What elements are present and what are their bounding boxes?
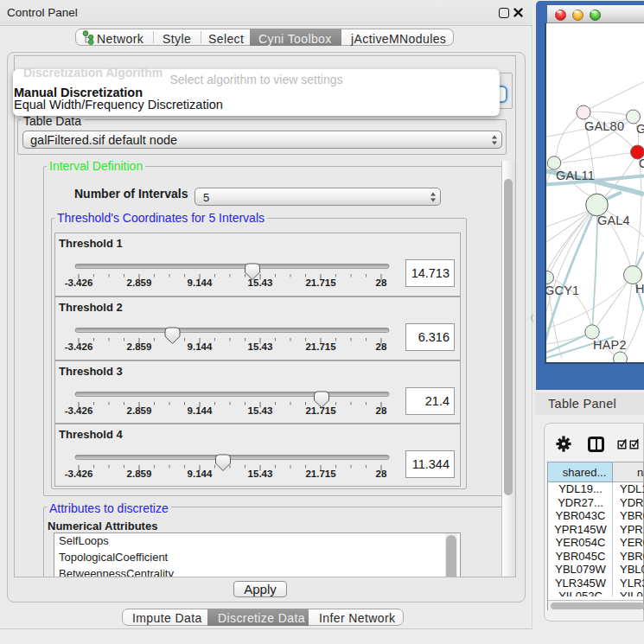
svg-text:28: 28 [376, 277, 387, 288]
svg-text:-3.426: -3.426 [65, 341, 93, 352]
svg-text:15.43: 15.43 [248, 469, 273, 479]
svg-text:21.715: 21.715 [305, 469, 336, 479]
svg-text:HAP2: HAP2 [593, 338, 627, 352]
svg-text:28: 28 [376, 469, 387, 479]
svg-text:28: 28 [376, 341, 387, 352]
svg-text:21.715: 21.715 [305, 277, 336, 288]
svg-text:GCY1: GCY1 [546, 284, 579, 297]
svg-text:GAL11: GAL11 [556, 169, 595, 182]
svg-text:H: H [635, 282, 644, 296]
svg-text:GA: GA [636, 122, 644, 136]
svg-text:GAL80: GAL80 [584, 119, 624, 133]
svg-text:CY: CY [639, 156, 644, 170]
svg-text:15.43: 15.43 [248, 405, 273, 416]
svg-text:9.144: 9.144 [188, 469, 213, 479]
svg-text:21.715: 21.715 [305, 341, 336, 352]
svg-text:28: 28 [376, 405, 387, 416]
svg-text:2.859: 2.859 [127, 341, 152, 352]
svg-text:9.144: 9.144 [188, 341, 213, 352]
svg-text:-3.426: -3.426 [65, 405, 93, 416]
svg-text:-3.426: -3.426 [65, 277, 93, 288]
svg-text:9.144: 9.144 [188, 277, 213, 288]
svg-text:GAL4: GAL4 [597, 214, 630, 227]
svg-text:2.859: 2.859 [127, 277, 152, 288]
svg-text:9.144: 9.144 [188, 405, 213, 416]
svg-text:-3.426: -3.426 [65, 469, 93, 479]
svg-text:2.859: 2.859 [127, 469, 152, 479]
svg-text:15.43: 15.43 [248, 341, 273, 352]
svg-text:2.859: 2.859 [127, 405, 152, 416]
